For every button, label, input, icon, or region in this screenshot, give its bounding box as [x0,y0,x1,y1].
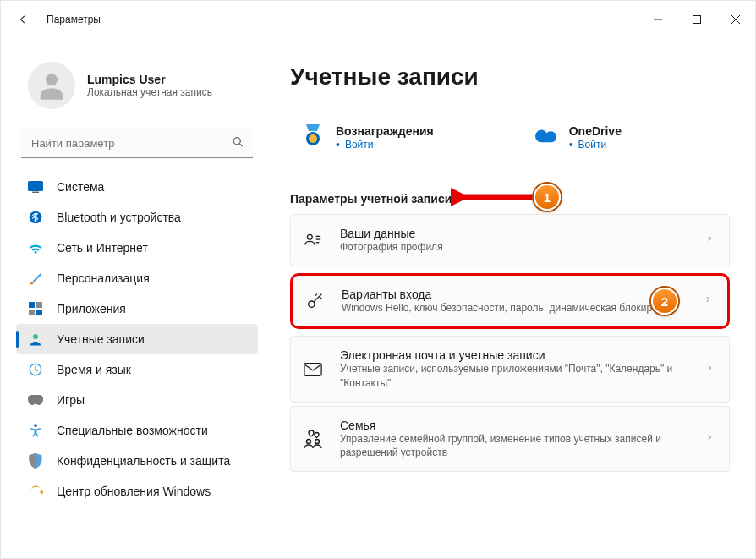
main-panel: Учетные записи Вознаграждения Войти OneD… [265,38,755,558]
card-sub: Учетные записи, используемые приложениям… [340,362,688,389]
svg-point-20 [307,234,312,239]
sidebar-item-windows-update[interactable]: Центр обновления Windows [16,476,258,507]
svg-rect-12 [29,310,35,315]
sidebar-item-apps[interactable]: Приложения [16,293,258,324]
shield-icon [28,453,43,469]
svg-rect-7 [28,181,43,191]
sidebar-item-label: Учетные записи [57,332,145,346]
rewards-link[interactable]: Вознаграждения Войти [302,124,434,151]
chevron-right-icon [705,431,714,447]
update-icon [28,484,43,499]
svg-rect-10 [29,302,35,308]
svg-point-16 [34,424,37,427]
brush-icon [28,271,43,286]
sidebar-item-time-language[interactable]: Время и язык [16,354,258,385]
profile-block[interactable]: Lumpics User Локальная учетная запись [16,53,258,124]
search-box [21,129,253,158]
card-title: Ваши данные [340,227,688,240]
settings-cards: Ваши данные Фотография профиля Варианты … [290,214,730,472]
svg-point-5 [233,138,240,145]
svg-point-24 [309,301,315,307]
wifi-icon [28,240,43,255]
card-sub: Фотография профиля [340,240,688,254]
onedrive-title: OneDrive [569,124,622,138]
svg-point-18 [309,134,317,143]
sidebar-item-label: Bluetooth и устройства [57,211,181,224]
sidebar-item-accounts[interactable]: Учетные записи [16,324,258,354]
sidebar-item-label: Игры [57,393,85,407]
card-email-accounts[interactable]: Электронная почта и учетные записи Учетн… [290,336,730,402]
rewards-icon [302,124,324,146]
sidebar-item-label: Система [57,180,104,194]
sidebar-item-label: Сеть и Интернет [57,241,148,255]
card-title: Электронная почта и учетные записи [340,348,688,362]
sidebar-item-network[interactable]: Сеть и Интернет [16,233,258,263]
key-icon [304,291,325,311]
window-title: Параметры [47,14,101,25]
system-icon [28,179,43,195]
svg-rect-8 [32,192,39,194]
card-your-info[interactable]: Ваши данные Фотография профиля [290,214,730,266]
sidebar-item-personalization[interactable]: Персонализация [16,263,258,293]
sidebar-item-label: Конфиденциальность и защита [57,454,230,468]
your-info-icon [303,230,323,250]
onedrive-link[interactable]: OneDrive Войти [535,124,622,151]
close-button[interactable] [716,6,755,33]
family-icon [303,429,323,449]
card-signin-options[interactable]: Варианты входа Windows Hello, ключ безоп… [290,273,730,329]
sidebar-item-accessibility[interactable]: Специальные возможности [16,415,258,446]
chevron-right-icon [705,362,714,377]
back-button[interactable] [16,13,30,26]
svg-point-26 [307,439,311,443]
sidebar-item-label: Время и язык [57,363,131,376]
svg-rect-1 [693,16,701,24]
avatar [28,62,75,109]
card-family[interactable]: Семья Управление семейной группой, измен… [290,406,730,472]
rewards-action: Войти [336,138,434,151]
top-links: Вознаграждения Войти OneDrive Войти [290,124,730,151]
sidebar-item-label: Центр обновления Windows [57,485,211,498]
maximize-button[interactable] [677,6,716,33]
chevron-right-icon [705,233,714,248]
svg-line-6 [239,144,242,146]
svg-rect-25 [304,363,321,375]
svg-rect-11 [36,302,42,308]
sidebar-item-privacy[interactable]: Конфиденциальность и защита [16,446,258,476]
card-title: Варианты входа [342,288,687,301]
sidebar-item-label: Персонализация [57,271,150,285]
bluetooth-icon [28,210,43,225]
profile-sub: Локальная учетная запись [87,86,212,98]
onedrive-action: Войти [569,138,622,151]
minimize-button[interactable] [638,6,677,33]
svg-point-14 [33,334,38,339]
apps-icon [28,301,43,316]
sidebar-item-system[interactable]: Система [16,172,258,202]
window-controls [638,6,755,33]
globe-time-icon [28,362,43,377]
card-title: Семья [340,419,688,432]
sidebar: Lumpics User Локальная учетная запись Си… [1,38,265,558]
card-sub: Windows Hello, ключ безопасности, пароль… [342,301,687,315]
sidebar-item-label: Специальные возможности [57,424,208,437]
card-sub: Управление семейной группой, изменение т… [340,432,688,459]
rewards-title: Вознаграждения [336,124,434,138]
titlebar: Параметры [1,1,755,38]
sidebar-item-gaming[interactable]: Игры [16,385,258,415]
section-head: Параметры учетной записи [290,192,730,206]
sidebar-nav: Система Bluetooth и устройства Сеть и Ин… [16,172,258,507]
svg-rect-13 [36,310,42,315]
svg-point-4 [46,74,58,85]
profile-name: Lumpics User [87,73,212,86]
accessibility-icon [28,423,43,438]
search-icon [232,136,244,152]
sidebar-item-bluetooth[interactable]: Bluetooth и устройства [16,202,258,233]
search-input[interactable] [21,129,253,158]
gamepad-icon [28,392,43,408]
person-icon [28,332,43,347]
chevron-right-icon [704,293,712,309]
svg-point-27 [315,439,320,443]
onedrive-icon [535,124,557,146]
page-title: Учетные записи [290,63,730,90]
sidebar-item-label: Приложения [57,302,126,315]
mail-icon [303,359,323,380]
